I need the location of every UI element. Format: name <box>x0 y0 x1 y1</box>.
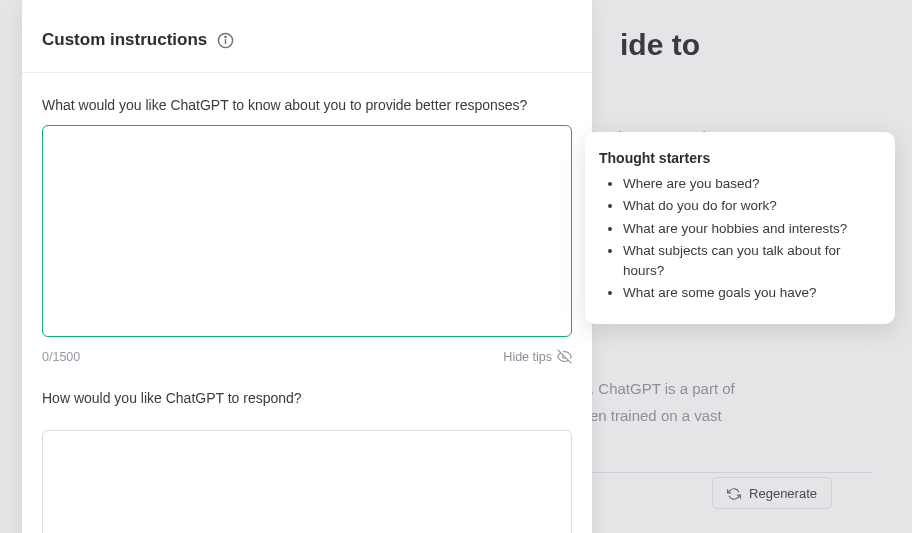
eye-off-icon <box>557 349 572 364</box>
about-you-input[interactable] <box>42 125 572 337</box>
refresh-icon <box>727 485 741 501</box>
regenerate-label: Regenerate <box>749 486 817 501</box>
custom-instructions-modal: Custom instructions What would you like … <box>22 0 592 533</box>
respond-input[interactable] <box>42 430 572 533</box>
char-count: 0/1500 <box>42 350 80 364</box>
modal-body: What would you like ChatGPT to know abou… <box>22 73 592 533</box>
bg-text-line-2: en trained on a vast <box>590 407 722 424</box>
respond-section: How would you like ChatGPT to respond? <box>42 390 572 533</box>
svg-point-2 <box>225 37 226 38</box>
respond-label: How would you like ChatGPT to respond? <box>42 390 572 406</box>
list-item: What are your hobbies and interests? <box>623 219 877 239</box>
tooltip-title: Thought starters <box>599 150 877 166</box>
about-you-label: What would you like ChatGPT to know abou… <box>42 97 572 113</box>
input-footer: 0/1500 Hide tips <box>42 349 572 364</box>
hide-tips-button[interactable]: Hide tips <box>503 349 572 364</box>
list-item: Where are you based? <box>623 174 877 194</box>
background-text-block: . ChatGPT is a part of en trained on a v… <box>590 375 735 429</box>
modal-title: Custom instructions <box>42 30 207 50</box>
modal-header: Custom instructions <box>22 0 592 73</box>
list-item: What subjects can you talk about for hou… <box>623 241 877 282</box>
tooltip-list: Where are you based? What do you do for … <box>599 174 877 304</box>
list-item: What are some goals you have? <box>623 283 877 303</box>
thought-starters-tooltip: Thought starters Where are you based? Wh… <box>585 132 895 324</box>
hide-tips-label: Hide tips <box>503 350 552 364</box>
list-item: What do you do for work? <box>623 196 877 216</box>
info-icon[interactable] <box>217 31 234 49</box>
background-title: ide to <box>620 28 872 62</box>
regenerate-button[interactable]: Regenerate <box>712 477 832 509</box>
bg-text-line-1: . ChatGPT is a part of <box>590 380 735 397</box>
